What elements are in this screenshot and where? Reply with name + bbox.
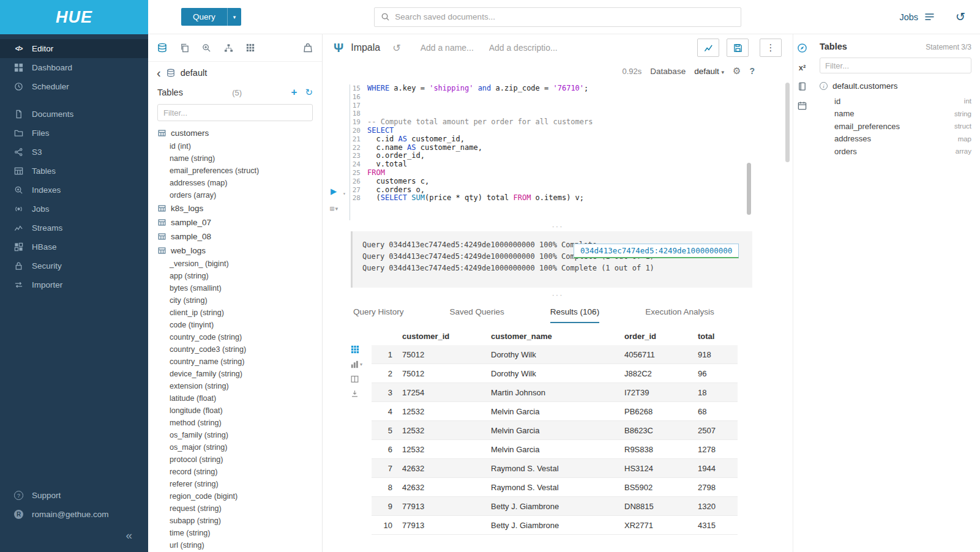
sidebar-item-hbase[interactable]: HBase <box>0 237 148 256</box>
resize-handle-upper[interactable]: ··· <box>323 220 793 231</box>
tree-column-item[interactable]: id (int) <box>148 140 322 152</box>
execute-button[interactable]: ▶ <box>331 186 337 196</box>
tree-column-item[interactable]: method (string) <box>148 417 322 429</box>
database-name[interactable]: default <box>181 68 208 78</box>
tree-column-item[interactable]: code (tinyint) <box>148 319 322 331</box>
tree-column-item[interactable]: client_ip (string) <box>148 307 322 319</box>
tree-column-item[interactable]: protocol (string) <box>148 453 322 466</box>
sidebar-item-editor[interactable]: </> Editor <box>0 39 148 58</box>
documents-source-icon[interactable] <box>180 43 189 53</box>
tree-column-item[interactable]: orders (array) <box>148 189 322 201</box>
column-item[interactable]: addressesmap <box>820 133 971 146</box>
code-lines[interactable]: 15WHERE a.key = 'shipping' and a.zip_cod… <box>350 84 793 220</box>
tree-column-item[interactable]: record (string) <box>148 466 322 478</box>
help-icon[interactable]: ? <box>749 66 755 76</box>
column-header[interactable]: total <box>698 332 738 341</box>
add-table-icon[interactable]: + <box>291 86 297 99</box>
zoom-search-icon[interactable] <box>202 43 211 53</box>
tree-column-item[interactable]: subapp (string) <box>148 515 322 527</box>
sidebar-item-indexes[interactable]: Indexes <box>0 181 148 200</box>
sidebar-item-security[interactable]: Security <box>0 256 148 275</box>
tree-table-sample-08[interactable]: sample_08 <box>148 229 322 244</box>
sidebar-item-dashboard[interactable]: Dashboard <box>0 58 148 77</box>
tree-column-item[interactable]: time (string) <box>148 527 322 539</box>
tree-table-k8s-logs[interactable]: k8s_logs <box>148 201 322 215</box>
handbag-icon[interactable] <box>303 43 313 53</box>
column-header[interactable]: customer_name <box>491 332 624 341</box>
editor-scrollbar[interactable] <box>747 163 751 215</box>
jobs-link[interactable]: Jobs <box>899 12 918 22</box>
tree-column-item[interactable]: region_code (bigint) <box>148 490 322 502</box>
tree-column-item[interactable]: os_major (string) <box>148 441 322 453</box>
tab[interactable]: Results (106) <box>550 307 599 323</box>
download-icon[interactable] <box>351 390 372 398</box>
column-item[interactable]: namestring <box>820 108 971 121</box>
tree-column-item[interactable]: bytes (smallint) <box>148 282 322 294</box>
grid-view-icon[interactable] <box>351 345 372 354</box>
table-row[interactable]: 275012Dorothy WilkJ882C296 <box>372 364 738 383</box>
query-description-input[interactable] <box>489 43 581 53</box>
tree-column-item[interactable]: longitude (float) <box>148 405 322 417</box>
panel-scrollbar[interactable] <box>785 83 790 162</box>
table-row[interactable]: 412532Melvin GarciaPB626868 <box>372 402 738 421</box>
apps-grid-icon[interactable] <box>246 43 255 52</box>
user-menu[interactable]: R romain@gethue.com <box>0 505 148 524</box>
tab[interactable]: Execution Analysis <box>645 307 714 323</box>
sitemap-icon[interactable] <box>224 43 233 53</box>
column-item[interactable]: ordersarray <box>820 145 971 158</box>
collapse-sidebar-icon[interactable]: « <box>125 529 132 542</box>
table-row[interactable]: 977913Betty J. GiambroneDN88151320 <box>372 497 738 516</box>
table-row[interactable]: 1077913Betty J. GiambroneXR27714315 <box>372 516 738 535</box>
table-row[interactable]: 742632Raymond S. VestalHS31241944 <box>372 459 738 478</box>
tree-column-item[interactable]: country_code (string) <box>148 331 322 343</box>
table-row[interactable]: 842632Raymond S. VestalBS59022798 <box>372 478 738 497</box>
tree-column-item[interactable]: app (string) <box>148 270 322 282</box>
database-source-icon[interactable] <box>157 43 167 53</box>
tree-column-item[interactable]: email_preferences (struct) <box>148 165 322 177</box>
table-row[interactable]: 175012Dorothy Wilk4056711918 <box>372 345 738 364</box>
tree-table-customers[interactable]: customers <box>148 126 322 140</box>
assist-compass-icon[interactable] <box>797 43 807 53</box>
sidebar-item-documents[interactable]: Documents <box>0 105 148 124</box>
tree-column-item[interactable]: country_name (string) <box>148 356 322 368</box>
table-row[interactable]: 612532Melvin GarciaR9S8381278 <box>372 440 738 459</box>
active-table-item[interactable]: i default.customers <box>820 81 971 91</box>
save-button[interactable] <box>727 39 749 57</box>
column-header[interactable]: customer_id <box>402 332 491 341</box>
scheduler-calendar-icon[interactable] <box>798 101 807 110</box>
sql-editor[interactable]: 15WHERE a.key = 'shipping' and a.zip_cod… <box>323 81 793 220</box>
sidebar-item-jobs[interactable]: Jobs <box>0 200 148 218</box>
sidebar-item-files[interactable]: Files <box>0 124 148 143</box>
query-name-input[interactable] <box>421 43 482 53</box>
back-chevron-icon[interactable]: ‹ <box>157 67 161 79</box>
sidebar-item-s3[interactable]: S3 <box>0 143 148 162</box>
chart-view-icon[interactable]: ▾ <box>351 360 372 368</box>
settings-gear-icon[interactable]: ⚙ <box>733 65 741 76</box>
tree-column-item[interactable]: city (string) <box>148 294 322 307</box>
tree-column-item[interactable]: country_code3 (string) <box>148 343 322 356</box>
tables-filter-input[interactable] <box>157 104 313 121</box>
search-input[interactable] <box>395 12 735 21</box>
functions-icon[interactable]: x² <box>799 63 806 72</box>
tree-column-item[interactable]: _version_ (bigint) <box>148 258 322 270</box>
column-header[interactable]: order_id <box>624 332 698 341</box>
tree-table-sample-07[interactable]: sample_07 <box>148 215 322 229</box>
tree-column-item[interactable]: device_family (string) <box>148 368 322 380</box>
tree-column-item[interactable]: extension (string) <box>148 380 322 392</box>
tree-column-item[interactable]: addresses (map) <box>148 177 322 189</box>
sidebar-item-tables[interactable]: Tables <box>0 162 148 181</box>
query-button[interactable]: Query <box>181 8 227 26</box>
sidebar-item-importer[interactable]: Importer <box>0 275 148 294</box>
tab[interactable]: Query History <box>353 307 404 323</box>
hue-logo[interactable]: HUE <box>0 0 148 34</box>
info-icon[interactable]: i <box>820 82 828 90</box>
columns-view-icon[interactable] <box>351 375 372 383</box>
sidebar-item-streams[interactable]: Streams <box>0 218 148 237</box>
query-history-icon[interactable]: ↺ <box>956 10 965 24</box>
tree-column-item[interactable]: os_family (string) <box>148 429 322 441</box>
format-button[interactable]: ⊞▾ <box>330 204 339 213</box>
jobs-list-icon[interactable] <box>924 12 935 21</box>
tree-column-item[interactable]: referer (string) <box>148 478 322 490</box>
query-dropdown-button[interactable]: ▾ <box>227 8 242 26</box>
table-row[interactable]: 512532Melvin GarciaB8623C2507 <box>372 421 738 440</box>
